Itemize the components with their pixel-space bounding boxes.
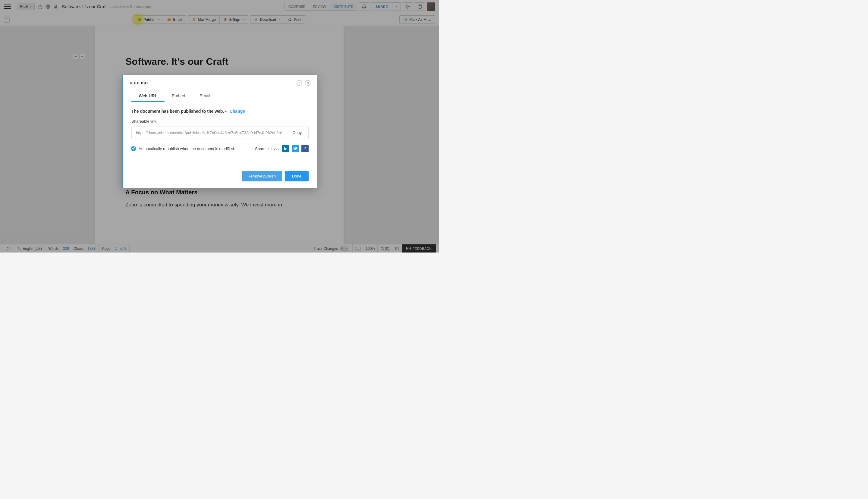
share-link-label: Shareable link:	[131, 119, 309, 123]
done-button[interactable]: Done	[285, 171, 309, 181]
auto-republish-row: Automatically republish when the documen…	[131, 145, 309, 152]
modal-tabs: Web URL Embed Email	[131, 90, 309, 102]
tab-embed[interactable]: Embed	[164, 90, 192, 102]
modal-title: PUBLISH	[130, 81, 148, 85]
auto-republish-checkbox[interactable]	[131, 146, 136, 151]
share-link-input[interactable]	[131, 126, 286, 139]
modal-footer: Remove publish Done	[123, 171, 317, 188]
modal-body: Web URL Embed Email The document has bee…	[123, 90, 317, 171]
publish-modal: PUBLISH ? ✕ Web URL Embed Email The docu…	[122, 75, 317, 188]
twitter-bird-icon	[293, 146, 297, 151]
modal-help-button[interactable]: ?	[296, 80, 302, 86]
modal-close-button[interactable]: ✕	[305, 80, 310, 86]
tab-email[interactable]: Email	[192, 90, 217, 102]
tab-web-url[interactable]: Web URL	[131, 90, 164, 102]
publish-status: The document has been published to the w…	[131, 109, 309, 113]
remove-publish-button[interactable]: Remove publish	[242, 171, 282, 181]
modal-header: PUBLISH ? ✕	[123, 75, 317, 90]
link-row: Copy	[131, 126, 309, 139]
share-via-group: Share link via: in f	[255, 145, 309, 152]
modal-header-actions: ? ✕	[296, 80, 310, 86]
auto-republish-label: Automatically republish when the documen…	[139, 146, 235, 151]
twitter-icon[interactable]	[292, 145, 299, 152]
change-link[interactable]: Change	[230, 109, 245, 113]
linkedin-icon[interactable]: in	[282, 145, 289, 152]
status-text: The document has been published to the w…	[131, 109, 227, 113]
facebook-icon[interactable]: f	[302, 145, 309, 152]
share-via-label: Share link via:	[255, 146, 280, 151]
copy-button[interactable]: Copy	[286, 126, 309, 139]
